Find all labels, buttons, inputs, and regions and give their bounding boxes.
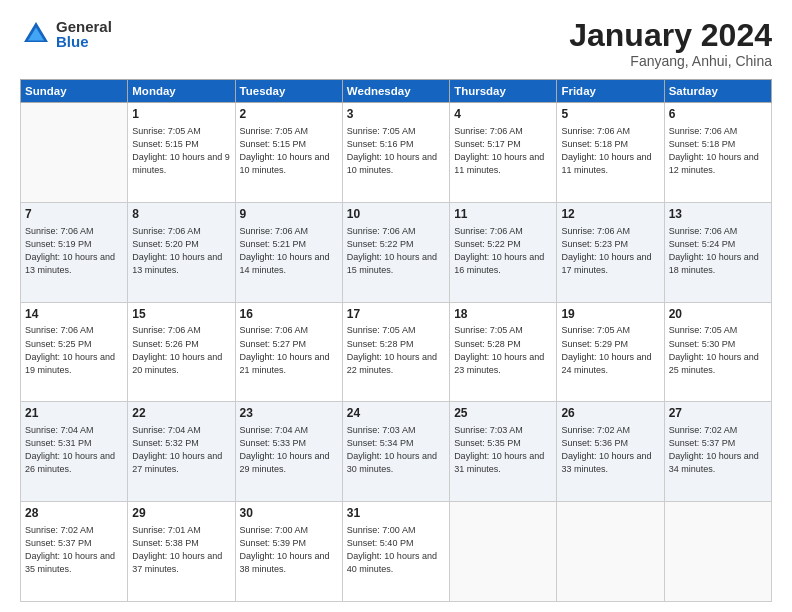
day-number: 7 [25, 206, 123, 223]
day-number: 26 [561, 405, 659, 422]
day-info: Sunrise: 7:06 AM Sunset: 5:26 PM Dayligh… [132, 324, 230, 376]
table-row: 20Sunrise: 7:05 AM Sunset: 5:30 PM Dayli… [664, 302, 771, 402]
table-row: 26Sunrise: 7:02 AM Sunset: 5:36 PM Dayli… [557, 402, 664, 502]
table-row [557, 502, 664, 602]
day-number: 18 [454, 306, 552, 323]
day-number: 25 [454, 405, 552, 422]
day-number: 8 [132, 206, 230, 223]
day-number: 6 [669, 106, 767, 123]
month-title: January 2024 [569, 18, 772, 53]
day-info: Sunrise: 7:05 AM Sunset: 5:15 PM Dayligh… [132, 125, 230, 177]
day-info: Sunrise: 7:02 AM Sunset: 5:37 PM Dayligh… [25, 524, 123, 576]
day-number: 23 [240, 405, 338, 422]
table-row: 9Sunrise: 7:06 AM Sunset: 5:21 PM Daylig… [235, 202, 342, 302]
table-row: 19Sunrise: 7:05 AM Sunset: 5:29 PM Dayli… [557, 302, 664, 402]
table-row: 22Sunrise: 7:04 AM Sunset: 5:32 PM Dayli… [128, 402, 235, 502]
logo-general: General [56, 19, 112, 34]
day-number: 28 [25, 505, 123, 522]
day-info: Sunrise: 7:04 AM Sunset: 5:31 PM Dayligh… [25, 424, 123, 476]
table-row: 7Sunrise: 7:06 AM Sunset: 5:19 PM Daylig… [21, 202, 128, 302]
day-number: 11 [454, 206, 552, 223]
day-number: 21 [25, 405, 123, 422]
day-info: Sunrise: 7:01 AM Sunset: 5:38 PM Dayligh… [132, 524, 230, 576]
day-number: 17 [347, 306, 445, 323]
day-number: 1 [132, 106, 230, 123]
table-row: 21Sunrise: 7:04 AM Sunset: 5:31 PM Dayli… [21, 402, 128, 502]
table-row: 18Sunrise: 7:05 AM Sunset: 5:28 PM Dayli… [450, 302, 557, 402]
table-row: 12Sunrise: 7:06 AM Sunset: 5:23 PM Dayli… [557, 202, 664, 302]
day-number: 9 [240, 206, 338, 223]
calendar-header-row: Sunday Monday Tuesday Wednesday Thursday… [21, 80, 772, 103]
logo-blue-text: Blue [56, 34, 112, 49]
day-number: 13 [669, 206, 767, 223]
day-number: 14 [25, 306, 123, 323]
table-row [664, 502, 771, 602]
col-sunday: Sunday [21, 80, 128, 103]
day-number: 16 [240, 306, 338, 323]
location: Fanyang, Anhui, China [569, 53, 772, 69]
day-number: 27 [669, 405, 767, 422]
day-info: Sunrise: 7:06 AM Sunset: 5:27 PM Dayligh… [240, 324, 338, 376]
day-info: Sunrise: 7:06 AM Sunset: 5:23 PM Dayligh… [561, 225, 659, 277]
table-row: 24Sunrise: 7:03 AM Sunset: 5:34 PM Dayli… [342, 402, 449, 502]
day-number: 15 [132, 306, 230, 323]
calendar-week-row: 1Sunrise: 7:05 AM Sunset: 5:15 PM Daylig… [21, 103, 772, 203]
day-info: Sunrise: 7:06 AM Sunset: 5:18 PM Dayligh… [669, 125, 767, 177]
day-info: Sunrise: 7:05 AM Sunset: 5:28 PM Dayligh… [347, 324, 445, 376]
table-row: 2Sunrise: 7:05 AM Sunset: 5:15 PM Daylig… [235, 103, 342, 203]
day-info: Sunrise: 7:06 AM Sunset: 5:20 PM Dayligh… [132, 225, 230, 277]
day-info: Sunrise: 7:06 AM Sunset: 5:19 PM Dayligh… [25, 225, 123, 277]
col-friday: Friday [557, 80, 664, 103]
table-row: 27Sunrise: 7:02 AM Sunset: 5:37 PM Dayli… [664, 402, 771, 502]
calendar-week-row: 21Sunrise: 7:04 AM Sunset: 5:31 PM Dayli… [21, 402, 772, 502]
page: General Blue January 2024 Fanyang, Anhui… [0, 0, 792, 612]
header: General Blue January 2024 Fanyang, Anhui… [20, 18, 772, 69]
day-info: Sunrise: 7:06 AM Sunset: 5:22 PM Dayligh… [347, 225, 445, 277]
day-info: Sunrise: 7:05 AM Sunset: 5:30 PM Dayligh… [669, 324, 767, 376]
day-info: Sunrise: 7:04 AM Sunset: 5:32 PM Dayligh… [132, 424, 230, 476]
table-row: 16Sunrise: 7:06 AM Sunset: 5:27 PM Dayli… [235, 302, 342, 402]
table-row: 10Sunrise: 7:06 AM Sunset: 5:22 PM Dayli… [342, 202, 449, 302]
day-number: 12 [561, 206, 659, 223]
table-row: 1Sunrise: 7:05 AM Sunset: 5:15 PM Daylig… [128, 103, 235, 203]
table-row: 28Sunrise: 7:02 AM Sunset: 5:37 PM Dayli… [21, 502, 128, 602]
logo-icon [20, 18, 52, 50]
day-info: Sunrise: 7:05 AM Sunset: 5:15 PM Dayligh… [240, 125, 338, 177]
day-number: 5 [561, 106, 659, 123]
logo: General Blue [20, 18, 112, 50]
day-info: Sunrise: 7:02 AM Sunset: 5:37 PM Dayligh… [669, 424, 767, 476]
day-number: 19 [561, 306, 659, 323]
table-row: 11Sunrise: 7:06 AM Sunset: 5:22 PM Dayli… [450, 202, 557, 302]
table-row: 23Sunrise: 7:04 AM Sunset: 5:33 PM Dayli… [235, 402, 342, 502]
table-row [450, 502, 557, 602]
col-wednesday: Wednesday [342, 80, 449, 103]
day-info: Sunrise: 7:04 AM Sunset: 5:33 PM Dayligh… [240, 424, 338, 476]
col-saturday: Saturday [664, 80, 771, 103]
day-number: 3 [347, 106, 445, 123]
col-thursday: Thursday [450, 80, 557, 103]
table-row: 5Sunrise: 7:06 AM Sunset: 5:18 PM Daylig… [557, 103, 664, 203]
calendar-week-row: 28Sunrise: 7:02 AM Sunset: 5:37 PM Dayli… [21, 502, 772, 602]
day-info: Sunrise: 7:00 AM Sunset: 5:40 PM Dayligh… [347, 524, 445, 576]
title-block: January 2024 Fanyang, Anhui, China [569, 18, 772, 69]
day-info: Sunrise: 7:00 AM Sunset: 5:39 PM Dayligh… [240, 524, 338, 576]
day-info: Sunrise: 7:03 AM Sunset: 5:34 PM Dayligh… [347, 424, 445, 476]
day-info: Sunrise: 7:06 AM Sunset: 5:24 PM Dayligh… [669, 225, 767, 277]
calendar-week-row: 7Sunrise: 7:06 AM Sunset: 5:19 PM Daylig… [21, 202, 772, 302]
day-number: 30 [240, 505, 338, 522]
table-row: 13Sunrise: 7:06 AM Sunset: 5:24 PM Dayli… [664, 202, 771, 302]
table-row: 31Sunrise: 7:00 AM Sunset: 5:40 PM Dayli… [342, 502, 449, 602]
day-info: Sunrise: 7:06 AM Sunset: 5:21 PM Dayligh… [240, 225, 338, 277]
day-number: 29 [132, 505, 230, 522]
day-info: Sunrise: 7:05 AM Sunset: 5:16 PM Dayligh… [347, 125, 445, 177]
table-row: 8Sunrise: 7:06 AM Sunset: 5:20 PM Daylig… [128, 202, 235, 302]
table-row: 29Sunrise: 7:01 AM Sunset: 5:38 PM Dayli… [128, 502, 235, 602]
logo-text: General Blue [56, 19, 112, 49]
day-info: Sunrise: 7:02 AM Sunset: 5:36 PM Dayligh… [561, 424, 659, 476]
calendar-week-row: 14Sunrise: 7:06 AM Sunset: 5:25 PM Dayli… [21, 302, 772, 402]
day-number: 2 [240, 106, 338, 123]
day-info: Sunrise: 7:05 AM Sunset: 5:29 PM Dayligh… [561, 324, 659, 376]
day-info: Sunrise: 7:03 AM Sunset: 5:35 PM Dayligh… [454, 424, 552, 476]
table-row: 17Sunrise: 7:05 AM Sunset: 5:28 PM Dayli… [342, 302, 449, 402]
day-info: Sunrise: 7:06 AM Sunset: 5:18 PM Dayligh… [561, 125, 659, 177]
